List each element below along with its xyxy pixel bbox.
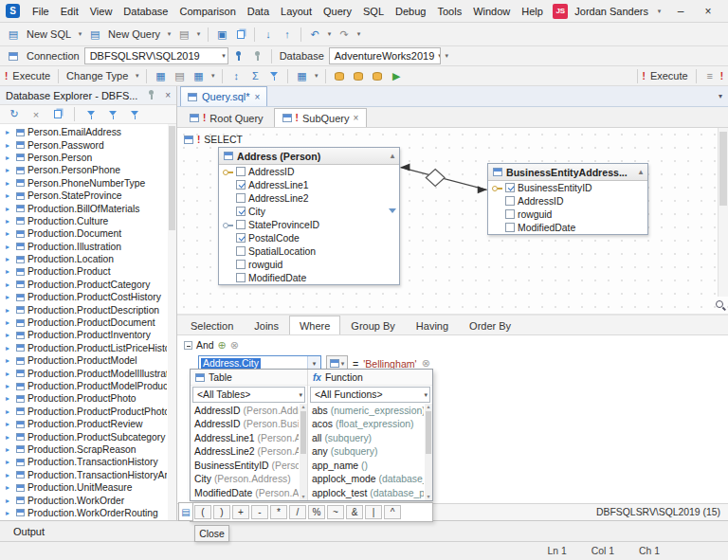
sql-text-icon[interactable]: ▤: [171, 67, 188, 84]
all-functions-select[interactable]: <All Functions> ▾: [310, 387, 430, 403]
tab-order-by[interactable]: Order By: [459, 316, 521, 334]
tree-item[interactable]: ▸ Production.TransactionHistory: [2, 456, 167, 468]
tab-having[interactable]: Having: [406, 316, 459, 334]
operator-button[interactable]: (: [194, 505, 211, 519]
user-avatar[interactable]: JS: [553, 4, 568, 19]
menu-item[interactable]: Edit: [55, 0, 84, 22]
tree-item[interactable]: ▸ Production.UnitMeasure: [2, 481, 167, 494]
close-popup-button[interactable]: Close: [194, 525, 229, 542]
tree-item[interactable]: ▸ Production.Location: [2, 253, 167, 265]
table-column-row[interactable]: SpatialLocation: [219, 244, 399, 258]
new-sql-icon[interactable]: ▤: [5, 26, 22, 43]
expander-icon[interactable]: ▸: [6, 243, 13, 251]
tree-item[interactable]: ▸ Production.Product: [2, 265, 167, 278]
tree-item[interactable]: ▸ Production.ProductDocument: [2, 316, 167, 329]
menu-item[interactable]: Comparison: [173, 0, 241, 22]
expander-icon[interactable]: ▸: [6, 267, 13, 276]
scroll-up-icon[interactable]: ▴: [300, 404, 307, 410]
connection-unpin-icon[interactable]: [249, 47, 266, 64]
export-icon[interactable]: ↑: [279, 26, 296, 43]
column-checkbox[interactable]: [236, 180, 246, 190]
explorer-remove-icon[interactable]: ×: [27, 106, 45, 123]
filter-add-icon[interactable]: [82, 106, 100, 123]
backup-database-icon[interactable]: [369, 67, 386, 84]
function-list-item[interactable]: applock_test (database_pri: [308, 486, 424, 500]
scrollbar-thumb[interactable]: [300, 411, 306, 454]
expander-icon[interactable]: ▸: [6, 344, 13, 352]
operator-button[interactable]: &: [346, 505, 363, 519]
function-list-item[interactable]: any (subquery): [308, 445, 424, 460]
remove-condition-icon[interactable]: ⊗: [422, 358, 430, 369]
expander-icon[interactable]: ▸: [6, 331, 13, 339]
tree-item[interactable]: ▸ Production.WorkOrder: [2, 494, 167, 506]
tree-item[interactable]: ▸ Production.ProductCostHistory: [2, 291, 167, 303]
change-type-caret-icon[interactable]: ▾: [133, 72, 141, 80]
tree-item[interactable]: ▸ Production.BillOfMaterials: [2, 202, 167, 214]
diagram-scrollbar[interactable]: [718, 128, 728, 297]
field-list-item[interactable]: AddressLine1 (Person.Addr: [191, 431, 299, 445]
expander-icon[interactable]: ▸: [6, 497, 13, 505]
expander-icon[interactable]: ▸: [6, 205, 13, 213]
operator-button[interactable]: %: [308, 505, 325, 519]
sub-query-close-icon[interactable]: ×: [353, 113, 358, 123]
new-document-caret-icon[interactable]: ▾: [194, 30, 203, 38]
detach-database-icon[interactable]: [350, 67, 367, 84]
tree-item[interactable]: ▸ Person.Password: [2, 138, 167, 151]
new-sql-button[interactable]: New SQL: [24, 28, 74, 40]
table-column-row[interactable]: AddressLine1: [219, 178, 399, 191]
tree-item[interactable]: ▸ Person.PersonPhone: [2, 164, 167, 176]
diagram-view-caret-icon[interactable]: ▾: [209, 72, 217, 80]
user-name[interactable]: Jordan Sanders: [574, 6, 648, 17]
expander-icon[interactable]: ▸: [6, 280, 13, 289]
expander-icon[interactable]: ▸: [6, 229, 13, 238]
field-list-item[interactable]: ModifiedDate (Person.Addre: [191, 486, 299, 500]
function-list-item[interactable]: all (subquery): [308, 431, 424, 445]
expander-icon[interactable]: ▸: [6, 318, 13, 327]
all-tables-caret-icon[interactable]: ▾: [299, 391, 302, 399]
expander-icon[interactable]: ▸: [6, 356, 13, 365]
table-column-row[interactable]: AddressID: [488, 194, 647, 208]
redo-icon[interactable]: ↷: [336, 26, 353, 43]
tree-item[interactable]: ▸ Production.ProductListPriceHistor: [2, 342, 167, 354]
expander-icon[interactable]: ▸: [6, 509, 13, 517]
database-select[interactable]: AdventureWorks2019 ▾: [329, 47, 441, 64]
expander-icon[interactable]: ▸: [6, 166, 13, 174]
sort-icon[interactable]: ↕: [228, 67, 245, 84]
tab-root-query[interactable]: ! Root Query: [181, 108, 272, 127]
expander-icon[interactable]: ▸: [6, 471, 13, 479]
explorer-scrollbar[interactable]: [168, 124, 176, 520]
save-icon[interactable]: ▣: [213, 26, 230, 43]
run-button[interactable]: ▶: [388, 67, 405, 84]
explorer-pin-icon[interactable]: [147, 89, 156, 102]
undo-caret-icon[interactable]: ▾: [325, 30, 334, 38]
edit-connection-icon[interactable]: [5, 47, 22, 64]
undo-icon[interactable]: ↶: [306, 26, 323, 43]
scrollbar-thumb[interactable]: [426, 411, 431, 454]
expander-icon[interactable]: ▸: [6, 217, 13, 226]
results-grid-icon[interactable]: ▦: [293, 67, 310, 84]
expander-icon[interactable]: ▸: [6, 433, 13, 442]
column-checkbox[interactable]: [236, 233, 246, 243]
column-checkbox[interactable]: [505, 209, 515, 219]
operator-button[interactable]: ): [213, 505, 230, 519]
expander-icon[interactable]: ▸: [6, 306, 13, 315]
minimize-button[interactable]: –: [670, 5, 691, 18]
filter-clear-icon[interactable]: [126, 106, 143, 123]
tab-where[interactable]: Where: [289, 316, 340, 334]
field-list-item[interactable]: AddressID (Person.Address: [191, 404, 299, 418]
menu-item[interactable]: Help: [516, 0, 549, 22]
connection-pin-icon[interactable]: [230, 47, 247, 64]
tree-item[interactable]: ▸ Production.Illustration: [2, 241, 167, 253]
copy-icon[interactable]: [49, 106, 66, 123]
scroll-down-icon[interactable]: ▾: [425, 494, 432, 500]
collapse-icon[interactable]: ▴: [391, 152, 394, 160]
menu-item[interactable]: File: [27, 0, 55, 22]
close-window-button[interactable]: ×: [698, 5, 719, 18]
column-checkbox[interactable]: [505, 223, 515, 232]
table-column-row[interactable]: rowguid: [219, 258, 399, 271]
import-icon[interactable]: ↓: [260, 26, 277, 43]
column-checkbox[interactable]: [236, 260, 246, 269]
scrollbar-thumb[interactable]: [719, 132, 727, 206]
table-column-row[interactable]: BusinessEntityID: [488, 181, 647, 194]
table-column-row[interactable]: PostalCode: [219, 231, 399, 244]
